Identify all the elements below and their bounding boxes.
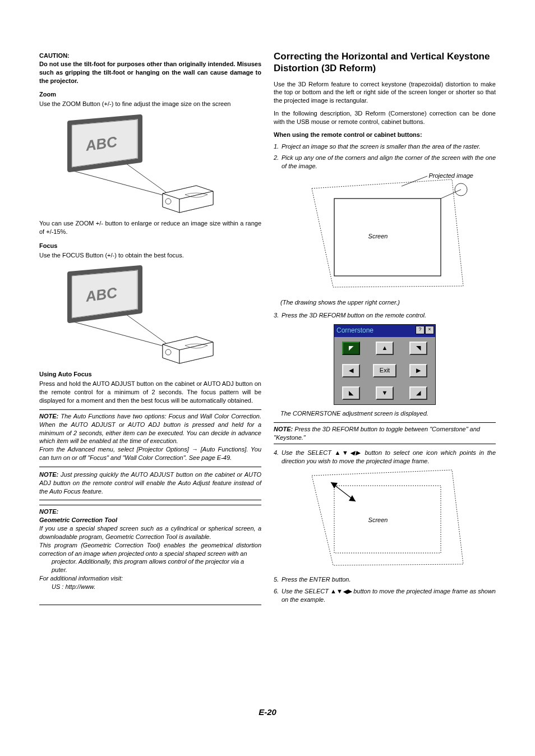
note-3-text3b: puter.: [39, 566, 261, 574]
svg-line-5: [402, 176, 427, 186]
page-number: E-20: [0, 707, 535, 717]
direction-figure: Screen: [295, 469, 474, 572]
autofocus-text: Press and hold the AUTO ADJUST button on…: [39, 380, 261, 405]
step-list-1: 1.Project an image so that the screen is…: [274, 142, 496, 171]
corner-right-button[interactable]: ▶: [409, 364, 427, 377]
corner-down-button[interactable]: ▼: [376, 386, 394, 400]
exit-button[interactable]: Exit: [373, 364, 396, 377]
projected-image-svg: Screen: [295, 174, 474, 292]
cornerstone-hud: Cornerstone ? × ◤ ▲ ◥ ◀ Exit ▶ ◣ ▼ ◢: [334, 324, 436, 405]
corner-down-left-button[interactable]: ◣: [342, 386, 360, 400]
step-6-text: Use the SELECT ▲▼◀▶ button to move the p…: [282, 587, 496, 604]
step-1-text: Project an image so that the screen is s…: [282, 142, 496, 151]
note-1-text2a: From the Advanced menu, select [Projecto…: [39, 446, 192, 453]
autofocus-heading: Using Auto Focus: [39, 370, 261, 379]
close-icon[interactable]: ×: [425, 326, 434, 334]
note-3-text4: For additional information visit:: [39, 574, 261, 583]
focus-figure: ABC: [50, 264, 207, 365]
step-4-text: Use the SELECT ▲▼◀▶ button to select one…: [282, 449, 496, 465]
divider: [39, 467, 261, 467]
projected-image-figure: Screen Projected image: [295, 174, 474, 294]
corner-down-right-button[interactable]: ◢: [409, 386, 427, 400]
divider: [39, 605, 261, 605]
cornerstone-titlebar: Cornerstone ? ×: [334, 325, 435, 337]
cornerstone-note-text: Press the 3D REFORM button to toggle bet…: [274, 426, 480, 441]
svg-marker-8: [331, 482, 338, 488]
arrows-icon: ▲▼◀▶: [335, 449, 362, 456]
note-3-text3: projector. Additionally, this program al…: [39, 557, 261, 566]
direction-figure-svg: Screen: [295, 469, 474, 570]
zoom-figure-svg: ABC: [50, 113, 219, 219]
divider: [274, 422, 496, 423]
step-2-text: Pick up any one of the corners and align…: [282, 154, 496, 170]
focus-figure-svg: ABC: [50, 264, 219, 370]
corner-up-right-button[interactable]: ◥: [409, 342, 427, 355]
cornerstone-caption: The CORNERSTONE adjustment screen is dis…: [280, 409, 496, 418]
focus-heading: Focus: [39, 242, 261, 250]
step-1: 1.Project an image so that the screen is…: [274, 142, 496, 151]
svg-marker-9: [349, 495, 356, 501]
note-3-heading: Geometric Correction Tool: [39, 516, 261, 524]
note-2-label: NOTE:: [39, 471, 58, 478]
note-2: NOTE: Just pressing quickly the AUTO ADJ…: [39, 471, 261, 496]
svg-point-1: [165, 349, 171, 355]
step-3: 3.Press the 3D REFORM button on the remo…: [274, 311, 496, 320]
screen-label-2: Screen: [368, 517, 388, 523]
corner-up-left-button[interactable]: ◤: [342, 342, 360, 355]
step-list-2: 3.Press the 3D REFORM button on the remo…: [274, 311, 496, 320]
help-icon[interactable]: ?: [416, 326, 425, 334]
note-3-text2: This program (Geometric Correction Tool)…: [39, 541, 261, 558]
cornerstone-note: NOTE: Press the 3D REFORM button to togg…: [274, 425, 496, 442]
note-3-text5: US : http://www.: [39, 583, 261, 591]
screen-label-1: Screen: [368, 233, 388, 239]
left-column: CAUTION: Do not use the tilt-foot for pu…: [39, 50, 261, 607]
caution-block: CAUTION: Do not use the tilt-foot for pu…: [39, 52, 261, 85]
note-3-text1: If you use a special shaped screen such …: [39, 524, 261, 541]
divider: [39, 500, 261, 500]
corner-left-button[interactable]: ◀: [342, 364, 360, 377]
focus-text: Use the FOCUS Button (+/-) to obtain the…: [39, 251, 261, 260]
step-3-text: Press the 3D REFORM button on the remote…: [282, 311, 496, 320]
svg-line-3: [441, 190, 461, 199]
reform-heading: Correcting the Horizontal and Vertical K…: [274, 50, 496, 75]
step-list-4: 5.Press the ENTER button. 6.Use the SELE…: [274, 575, 496, 604]
step-6: 6.Use the SELECT ▲▼◀▶ button to move the…: [274, 587, 496, 604]
caution-label: CAUTION:: [39, 52, 70, 59]
divider: [274, 444, 496, 444]
divider: [39, 505, 261, 505]
zoom-figure: ABC: [50, 113, 207, 214]
diagram-caption: (The drawing shows the upper right corne…: [280, 298, 496, 307]
corner-up-button[interactable]: ▲: [376, 342, 394, 355]
note-2-text: Just pressing quickly the AUTO ADJUST bu…: [39, 471, 261, 495]
note-1-label: NOTE:: [39, 413, 58, 420]
note-3: NOTE: Geometric Correction Tool If you u…: [39, 508, 261, 591]
columns: CAUTION: Do not use the tilt-foot for pu…: [39, 50, 496, 607]
zoom-text-2: You can use ZOOM +/- button to enlarge o…: [39, 219, 261, 236]
step-4: 4.Use the SELECT ▲▼◀▶ button to select o…: [274, 449, 496, 465]
divider: [39, 409, 261, 410]
note-1-text: The Auto Functions have two options: Foc…: [39, 413, 261, 445]
cornerstone-note-label: NOTE:: [274, 426, 293, 432]
svg-point-0: [165, 199, 171, 204]
zoom-text-1: Use the ZOOM Button (+/-) to fine adjust…: [39, 100, 261, 108]
reform-intro-1: Use the 3D Reform feature to correct key…: [274, 80, 496, 105]
remote-subhead: When using the remote control or cabinet…: [274, 131, 496, 139]
reform-intro-2: In the following description, 3D Reform …: [274, 109, 496, 126]
right-column: Correcting the Horizontal and Vertical K…: [274, 50, 496, 607]
manual-page: CAUTION: Do not use the tilt-foot for pu…: [0, 0, 535, 756]
arrows-icon: ▲▼◀▶: [330, 588, 352, 594]
step-list-3: 4.Use the SELECT ▲▼◀▶ button to select o…: [274, 449, 496, 465]
note-3-label: NOTE:: [39, 508, 261, 516]
step-5-text: Press the ENTER button.: [282, 575, 496, 584]
projected-image-label: Projected image: [429, 172, 474, 180]
zoom-heading: Zoom: [39, 90, 261, 99]
note-1: NOTE: The Auto Functions have two option…: [39, 412, 261, 462]
step-5: 5.Press the ENTER button.: [274, 575, 496, 584]
caution-text: Do not use the tilt-foot for purposes ot…: [39, 61, 261, 84]
arrow-icon: →: [192, 446, 198, 453]
step-2: 2.Pick up any one of the corners and ali…: [274, 154, 496, 170]
cornerstone-grid: ◤ ▲ ◥ ◀ Exit ▶ ◣ ▼ ◢: [334, 337, 435, 404]
cornerstone-title: Cornerstone: [336, 326, 373, 335]
